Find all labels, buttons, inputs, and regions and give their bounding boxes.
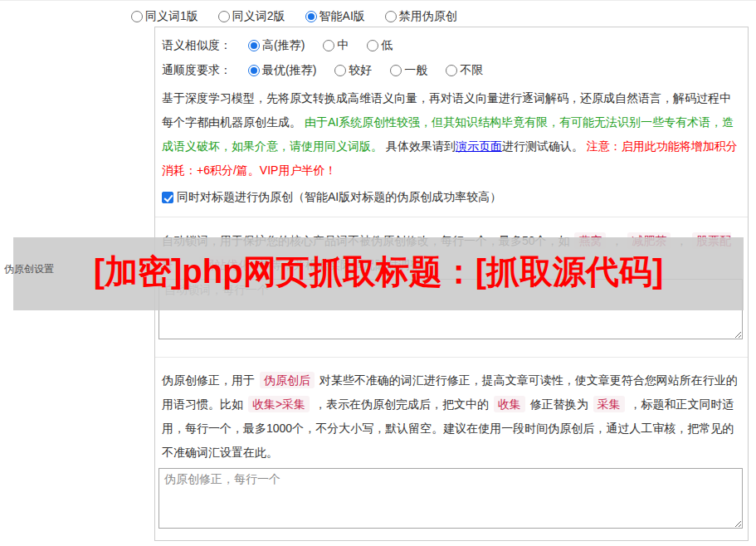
radio-option[interactable]: 中: [323, 38, 349, 53]
section-divider: [155, 357, 748, 358]
radio-option[interactable]: 不限: [446, 63, 483, 78]
title-rewrite-row[interactable]: 同时对标题进行伪原创（智能AI版对标题的伪原创成功率较高）: [162, 189, 748, 206]
radio-option-label: 智能AI版: [319, 9, 365, 24]
title-rewrite-label: 同时对标题进行伪原创（智能AI版对标题的伪原创成功率较高）: [177, 190, 501, 205]
radio-option[interactable]: 低: [367, 38, 393, 53]
radio-icon: [390, 65, 402, 76]
radio-icon: [248, 65, 260, 76]
radio-option-label: 较好: [349, 63, 372, 78]
radio-option[interactable]: 较好: [334, 63, 372, 78]
text-segment: 进行测试确认。: [502, 139, 583, 153]
radio-option[interactable]: 同义词2版: [218, 9, 285, 24]
watermark-title: [加密]php网页抓取标题：[抓取源代码]: [13, 251, 744, 291]
semantic-similarity-label: 语义相似度：: [162, 38, 232, 53]
radio-icon: [385, 11, 397, 22]
radio-option[interactable]: 高(推荐): [248, 38, 305, 53]
radio-icon: [218, 11, 230, 22]
text-segment: 具体效果请到: [383, 139, 456, 153]
top-divider: [0, 0, 756, 1]
radio-option-label: 中: [337, 38, 349, 53]
radio-option-label: 一般: [404, 63, 427, 78]
radio-icon: [323, 40, 334, 51]
semantic-similarity-row: 语义相似度： 高(推荐)中低: [162, 37, 748, 54]
radio-option-label: 最优(推荐): [262, 63, 316, 78]
radio-icon: [305, 11, 317, 22]
text-segment: 伪原创修正，用于: [162, 373, 258, 387]
radio-icon: [446, 65, 457, 76]
semantic-similarity-options: 高(推荐)中低: [248, 38, 393, 53]
fix-words-paragraph: 伪原创修正，用于 伪原创后 对某些不准确的词汇进行修正，提高文章可读性，使文章更…: [162, 368, 741, 465]
fluency-options: 最优(推荐)较好一般不限: [248, 63, 483, 78]
section-divider: [155, 217, 748, 217]
radio-option[interactable]: 最优(推荐): [248, 63, 316, 78]
radio-icon: [367, 40, 378, 51]
text-segment: 采集: [593, 396, 625, 412]
ai-intro-paragraph: 基于深度学习模型，先将原文转换成高维语义向量，再对语义向量进行逐词解码，还原成自…: [162, 86, 741, 183]
radio-option-label: 同义词2版: [232, 9, 285, 24]
radio-option-label: 高(推荐): [262, 38, 305, 53]
radio-option[interactable]: 一般: [390, 63, 427, 78]
text-segment: ，表示在伪原创完成后，把文中的: [311, 397, 492, 411]
radio-option-label: 不限: [460, 63, 483, 78]
text-segment: 收集>采集: [248, 396, 310, 412]
radio-option-label: 禁用伪原创: [399, 9, 457, 24]
radio-option[interactable]: 禁用伪原创: [385, 9, 457, 24]
title-rewrite-checkbox[interactable]: [162, 192, 173, 203]
fix-words-textarea[interactable]: [159, 468, 743, 529]
radio-option-label: 低: [381, 38, 393, 53]
radio-option[interactable]: 智能AI版: [305, 9, 365, 24]
radio-icon: [334, 65, 346, 76]
radio-option[interactable]: 同义词1版: [131, 9, 198, 24]
radio-option-label: 同义词1版: [145, 9, 198, 24]
fluency-row: 通顺度要求： 最优(推荐)较好一般不限: [162, 62, 748, 79]
pseudo-original-settings-page: 同义词1版同义词2版智能AI版禁用伪原创 语义相似度： 高(推荐)中低 通顺度要…: [0, 0, 756, 546]
text-segment: 伪原创后: [260, 372, 315, 388]
form-row-label: 伪原创设置: [4, 262, 54, 276]
radio-icon: [248, 40, 260, 51]
radio-icon: [131, 11, 143, 22]
text-segment: 收集: [494, 396, 525, 412]
text-segment: 修正替换为: [527, 397, 592, 411]
demo-page-link[interactable]: 演示页面: [456, 139, 502, 153]
fluency-label: 通顺度要求：: [162, 63, 232, 78]
version-radio-group: 同义词1版同义词2版智能AI版禁用伪原创: [131, 9, 457, 24]
